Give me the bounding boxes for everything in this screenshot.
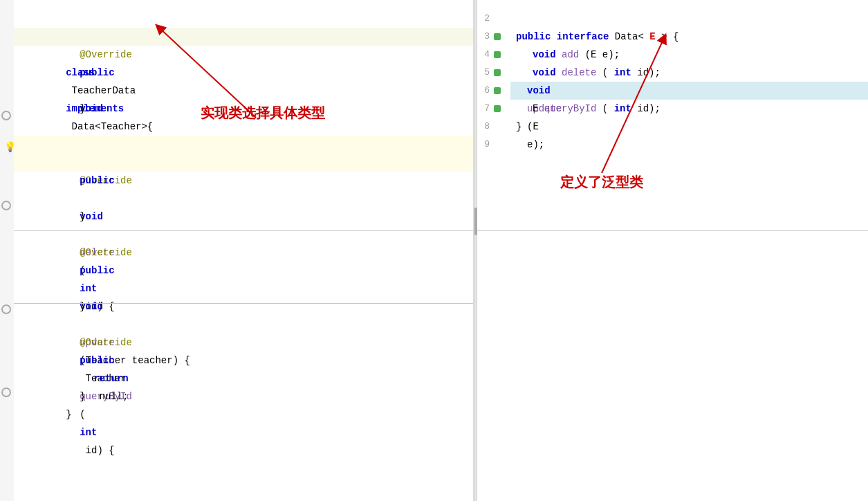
green-dot-7	[494, 105, 501, 112]
code-line-22: }	[14, 388, 473, 406]
green-dot-3	[494, 33, 501, 40]
code-line-19: public Teacher queryById ( int id) {	[14, 334, 473, 352]
divider-1	[14, 230, 473, 231]
code-line-8: 💡 @Override	[14, 136, 473, 154]
right-line-7: E queryById ( int id);	[516, 100, 868, 118]
right-code-content: public interface Data< E > { void add (E…	[510, 0, 868, 154]
right-gutter-dots	[494, 10, 506, 118]
right-line-2	[516, 10, 868, 28]
green-dot-5	[494, 69, 501, 76]
left-editor-pane[interactable]: public class TeacherData implements Data…	[0, 0, 474, 501]
green-dot-6	[494, 87, 501, 94]
right-line-6: void update (E e);	[510, 82, 868, 100]
code-line-11: }	[14, 190, 473, 208]
gutter-icon-1	[1, 111, 11, 120]
gutter-icon-4	[1, 388, 11, 397]
right-line-8: }	[516, 118, 868, 136]
right-editor-pane[interactable]: 2 3 4 5 6 7 8 9 public	[477, 0, 868, 501]
code-line-1: public class TeacherData implements Data…	[14, 10, 473, 28]
code-line-4	[14, 64, 473, 82]
divider-2	[14, 303, 473, 304]
code-line-17	[14, 298, 473, 316]
code-line-13: @Override	[14, 226, 473, 244]
code-line-18: @Override	[14, 316, 473, 334]
green-dot-4	[494, 51, 501, 58]
code-line-21: }	[14, 370, 473, 388]
gutter-icon-2	[1, 201, 11, 210]
code-line-12	[14, 208, 473, 226]
left-code-content: public class TeacherData implements Data…	[14, 0, 473, 406]
code-line-9: public void delete ( int id) {	[14, 154, 473, 172]
right-line-5: void delete ( int id);	[516, 64, 868, 82]
code-line-5: }	[14, 82, 473, 100]
gutter-icon-3	[1, 304, 11, 314]
code-line-16: }	[14, 280, 473, 298]
code-line-6	[14, 100, 473, 118]
right-line-3: public interface Data< E > {	[516, 28, 868, 46]
code-line-3: public void add (Teacher teacher) {	[14, 46, 473, 64]
left-gutter	[0, 0, 14, 501]
right-line-9	[516, 136, 868, 154]
code-line-10	[14, 172, 473, 190]
code-line-14: public void update (Teacher teacher) {	[14, 244, 473, 262]
right-annotation-text: 定义了泛型类	[560, 174, 644, 190]
code-line-7	[14, 118, 473, 136]
code-line-15	[14, 262, 473, 280]
code-line-20: return null;	[14, 352, 473, 370]
right-divider	[477, 230, 868, 231]
code-line-2: @Override	[14, 28, 473, 46]
right-line-numbers: 2 3 4 5 6 7 8 9	[477, 0, 492, 154]
right-line-4: void add (E e);	[516, 46, 868, 64]
